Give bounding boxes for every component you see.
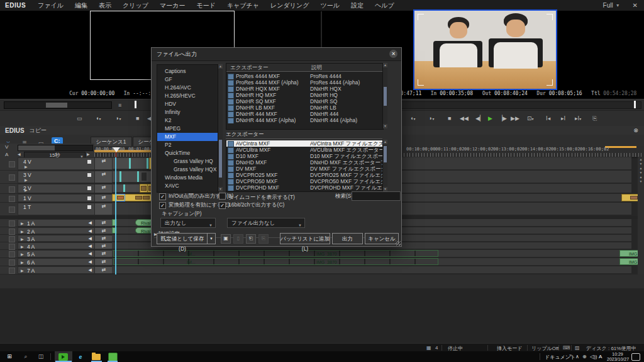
menu-item[interactable]: モード [191,1,221,10]
stop-button-program[interactable]: ■ [448,114,451,123]
expand-arrow-icon[interactable]: ▶ [21,268,24,273]
sync-lock-cell[interactable]: ⇄ [94,266,113,274]
playhead-handle[interactable] [113,147,120,152]
audio-clip[interactable]: IM... IMG_3870 [113,258,438,265]
goto-end-button[interactable]: ▸Ⅰ▾ [575,114,581,123]
video-clip[interactable] [621,194,638,201]
category-item[interactable]: Windows Media [157,174,218,182]
ime-indicator[interactable]: A [599,354,602,359]
tray-chevron-icon[interactable]: ∧ [575,354,579,359]
expand-arrow-icon[interactable]: ▶ [25,178,28,182]
sync-lock-cell[interactable]: ⇄ [94,171,113,183]
category-item[interactable]: Grass Valley HQ [157,157,218,166]
video-mute-indicator[interactable] [87,205,91,209]
exporter-row[interactable]: DVCPRO25 MXFDVCPRO25 MXF ファイルエクスポータープラグ… [226,172,383,178]
sync-lock-cell[interactable]: ⇄ [94,242,113,249]
expand-arrow-icon[interactable]: ▶ [21,237,24,241]
goto-out-button[interactable]: ▸Ⅰ [561,114,565,123]
sync-lock-cell[interactable]: ⇄ [94,250,113,257]
stop-button[interactable]: ■ [136,114,139,123]
in-point-button[interactable]: ◖▾ [96,114,101,123]
add-batch-button[interactable]: バッチリストに追加(L) [280,233,330,244]
video-master-slider[interactable] [18,145,93,151]
menu-item[interactable]: 編集 [69,1,93,10]
sync-lock-cell[interactable]: ⇄ [94,227,113,234]
category-item[interactable]: P2 [157,141,218,149]
speaker-icon[interactable]: ◀ [89,268,92,273]
task-view-icon[interactable]: ◫ [36,353,45,361]
speaker-icon[interactable]: ◀ [89,220,92,225]
action-center-icon[interactable] [631,353,640,361]
device-icon[interactable]: ▨ [575,345,580,351]
exporter-row[interactable]: AVCUltra MXFAVCUltra MXF エクスポータープラグイン [226,147,383,153]
category-item[interactable]: Captions [157,67,218,76]
save-default-button[interactable]: 既定値として保存(D) [157,233,208,244]
track-header-6a[interactable]: ▶6 A ◀ [18,258,96,266]
category-item[interactable]: K2 [157,116,218,125]
track-header-3a[interactable]: ▶3 A ◀ [18,235,96,242]
expand-arrow-icon[interactable]: ▶ [25,164,28,169]
out-point-button-program[interactable]: ◗▾ [429,114,434,123]
export-button-dialog[interactable]: 出力 [332,233,363,244]
audio-clip[interactable]: IM... IMG_3870 [113,250,438,257]
checkbox-checked-icon[interactable]: ✓ [219,202,226,209]
playhead-line[interactable] [115,157,116,274]
speaker-tray-icon[interactable]: ◁)) [590,354,597,359]
track-header-2v[interactable]: 2 V▶ [18,184,96,193]
search-icon[interactable]: ⌕ [21,353,30,361]
category-item[interactable]: MPEG [157,125,218,133]
goto-in-button[interactable]: Ⅰ◂ [546,114,550,123]
exporter-row[interactable]: DNxHR LB MXFDNxHR LB [226,105,383,111]
video-clip[interactable] [112,157,152,169]
category-item[interactable]: Infinity [157,108,218,116]
dialog-close-icon[interactable]: ✕ [389,50,397,58]
out-point-button[interactable]: ◗▾ [116,114,121,123]
category-scrollbar[interactable]: ▲▼ [218,64,223,191]
category-item[interactable]: H.265/HEVC [157,92,218,100]
chevron-down-icon[interactable]: ▼ [616,3,626,8]
delete-preset-icon[interactable]: ▯ [233,234,243,244]
category-item[interactable]: XAVC [157,182,218,190]
bit2ch-checkbox[interactable]: ✓16bit/2chで出力する(C) [219,201,284,209]
sync-lock-cell[interactable]: ⇄ [94,235,113,242]
track-header-4v[interactable]: 4 V▶ [18,157,96,170]
video-mute-indicator[interactable] [87,173,91,177]
export-to-timeline-button[interactable]: ⎘ [592,114,597,123]
menu-item[interactable]: クリップ [117,1,154,10]
prev-frame-button[interactable]: ◀▏ [475,114,484,123]
speaker-icon[interactable]: ◀ [89,244,92,249]
exporter-row[interactable]: DV MXFDV MXF ファイルエクスポータープラグイン [226,166,383,172]
track-header-4a[interactable]: ▶4 A ◀ [18,242,96,249]
speaker-icon[interactable]: ◀ [89,236,92,241]
tray-more-icon[interactable]: » [569,353,572,358]
category-item[interactable]: HDV [157,100,218,108]
menu-item[interactable]: ツール [314,1,345,10]
track-header-3v[interactable]: 3 V▶ [18,171,96,183]
category-item[interactable]: H.264/AVC [157,84,218,92]
sync-lock-cell[interactable]: ⇄ [94,194,113,202]
sync-lock-cell[interactable]: ⇄ [94,258,113,266]
checkbox-checked-icon[interactable]: ✓ [159,193,166,200]
zoom-out-arrow[interactable]: ◀ [18,152,21,156]
next-frame-button[interactable]: ▕▶ [498,114,507,123]
track-header-1t[interactable]: 1 T [18,203,96,215]
menu-item[interactable]: レンダリング [265,1,314,10]
import-preset-icon[interactable]: ⎗ [246,234,256,244]
expand-arrow-icon[interactable]: ▶ [21,221,24,225]
bottom-list-scrollbar[interactable]: ▲▼ [382,140,387,191]
menu-item[interactable]: ヘルプ [369,1,400,10]
source-position-caret[interactable] [135,101,136,108]
fast-forward-button[interactable]: ▶▶ [511,114,519,123]
video-clip[interactable] [112,171,152,183]
sync-lock-cell[interactable]: ⇄ [94,203,113,215]
exporter-row[interactable]: ProRes 4444 MXF (Alpha)ProRes 4444 (Alph… [226,79,383,86]
speaker-icon[interactable]: ◀ [89,259,92,264]
track-header-7a[interactable]: ▶7 A ◀ [18,266,96,274]
resize-grip[interactable] [396,240,401,246]
top-list-scrollbar[interactable]: ▲▼ [382,63,387,128]
menu-item[interactable]: 設定 [345,1,369,10]
save-preset-icon[interactable]: ▣ [221,234,231,244]
expand-arrow-icon[interactable]: ▶ [21,252,24,256]
exporter-row[interactable]: DNxHR HQX MXFDNxHR HQX [226,86,383,92]
scale-selector[interactable]: Full [601,2,616,9]
